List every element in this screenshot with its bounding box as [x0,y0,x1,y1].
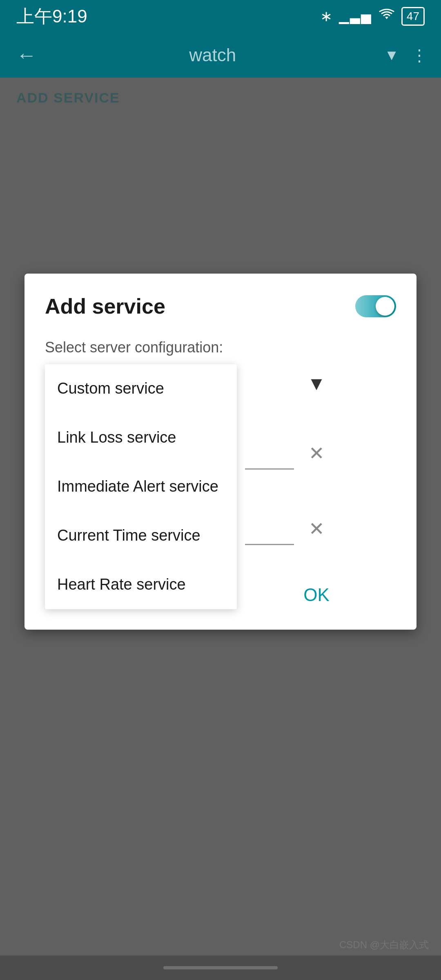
add-service-dialog: Add service Select server configuration:… [24,274,416,630]
option-heart-rate-service[interactable]: Heart Rate service [45,560,237,609]
service-dropdown-list[interactable]: Custom service Link Loss service Immedia… [45,364,237,609]
bluetooth-icon: ∗ [320,8,332,25]
status-time: 上午9:19 [16,4,87,29]
dialog-header: Add service [45,294,396,318]
service-row-1-line [245,468,294,470]
remove-service-2-button[interactable]: ✕ [245,518,388,540]
toolbar-title: watch [53,45,372,65]
main-content: ADD SERVICE Add service Select server co… [0,78,441,980]
toolbar: ← watch ▼ ⋮ [0,33,441,78]
toolbar-dropdown-icon[interactable]: ▼ [384,47,399,64]
service-row-2-line [245,544,294,545]
status-icons: ∗ ▁▃▅ 47 [320,7,425,26]
option-link-loss-service[interactable]: Link Loss service [45,413,237,462]
dialog-title: Add service [45,294,165,318]
toolbar-more-button[interactable]: ⋮ [411,46,429,65]
ok-button[interactable]: OK [303,585,330,605]
toggle-thumb [376,297,394,316]
wifi-icon [379,8,395,25]
signal-icon: ▁▃▅ [339,9,372,24]
remove-service-1-button[interactable]: ✕ [245,442,388,464]
battery-icon: 47 [401,7,425,26]
service-row-2: ✕ [245,518,388,545]
back-button[interactable]: ← [12,39,41,71]
status-bar: 上午9:19 ∗ ▁▃▅ 47 [0,0,441,33]
toggle-container[interactable] [355,295,396,317]
dialog-right-controls: ▼ ✕ ✕ OK [237,364,396,609]
option-custom-service[interactable]: Custom service [45,364,237,413]
service-toggle[interactable] [355,295,396,317]
option-current-time-service[interactable]: Current Time service [45,511,237,560]
dialog-subtitle: Select server configuration: [45,339,396,356]
service-row-1: ✕ [245,442,388,470]
dropdown-chevron-icon[interactable]: ▼ [307,372,326,394]
option-immediate-alert-service[interactable]: Immediate Alert service [45,462,237,511]
dropdown-section: Custom service Link Loss service Immedia… [45,364,396,609]
